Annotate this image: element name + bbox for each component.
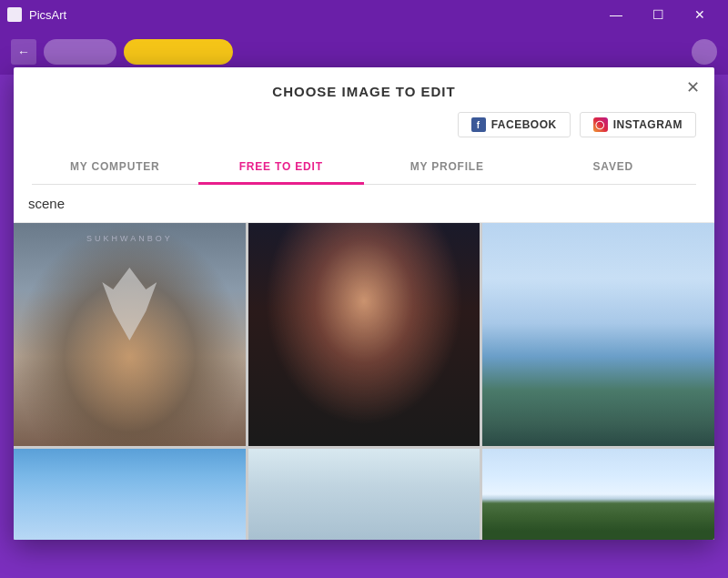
image-item-landscape[interactable] <box>482 449 714 540</box>
image-watermark: sukhwanboy <box>14 234 246 243</box>
image-item-sky[interactable] <box>14 449 246 540</box>
facebook-label: FACEBOOK <box>491 118 557 131</box>
modal-title: CHOOSE IMAGE TO EDIT <box>272 84 455 99</box>
image-item-portrait[interactable] <box>248 449 480 540</box>
maximize-button[interactable]: ☐ <box>637 0 679 29</box>
tabs-row: MY COMPUTER FREE TO EDIT MY PROFILE SAVE… <box>32 150 696 185</box>
app-title: PicsArt <box>29 8 66 22</box>
facebook-button[interactable]: f FACEBOOK <box>458 112 571 137</box>
image-item-man[interactable] <box>248 223 480 446</box>
search-input[interactable] <box>28 192 700 215</box>
window-close-button[interactable]: ✕ <box>679 0 721 29</box>
modal-overlay: ✕ CHOOSE IMAGE TO EDIT f FACEBOOK ◯ INST… <box>0 58 728 578</box>
search-bar <box>14 185 714 223</box>
window-controls: — ☐ ✕ <box>595 0 721 29</box>
titlebar: PicsArt — ☐ ✕ <box>0 0 728 29</box>
minimize-button[interactable]: — <box>595 0 637 29</box>
tab-my-computer[interactable]: MY COMPUTER <box>32 151 198 185</box>
image-item-angel[interactable]: sukhwanboy <box>14 223 246 446</box>
social-buttons-row: f FACEBOOK ◯ INSTAGRAM <box>458 112 696 137</box>
facebook-icon: f <box>471 117 486 132</box>
tab-free-to-edit[interactable]: FREE TO EDIT <box>198 151 365 185</box>
instagram-icon: ◯ <box>593 117 608 132</box>
tab-my-profile[interactable]: MY PROFILE <box>364 151 531 185</box>
titlebar-left: PicsArt <box>7 7 66 22</box>
modal-header: CHOOSE IMAGE TO EDIT f FACEBOOK ◯ INSTAG… <box>14 67 714 185</box>
app-background: ← ✕ CHOOSE IMAGE TO EDIT f FACEBOOK ◯ <box>0 29 728 578</box>
instagram-label: INSTAGRAM <box>613 118 682 131</box>
app-icon <box>7 7 22 22</box>
choose-image-modal: ✕ CHOOSE IMAGE TO EDIT f FACEBOOK ◯ INST… <box>14 67 714 540</box>
image-grid: sukhwanboy <box>14 223 714 540</box>
modal-close-button[interactable]: ✕ <box>682 76 703 98</box>
instagram-button[interactable]: ◯ INSTAGRAM <box>580 112 696 137</box>
tab-saved[interactable]: SAVED <box>531 151 697 185</box>
image-item-snow[interactable] <box>482 223 714 446</box>
